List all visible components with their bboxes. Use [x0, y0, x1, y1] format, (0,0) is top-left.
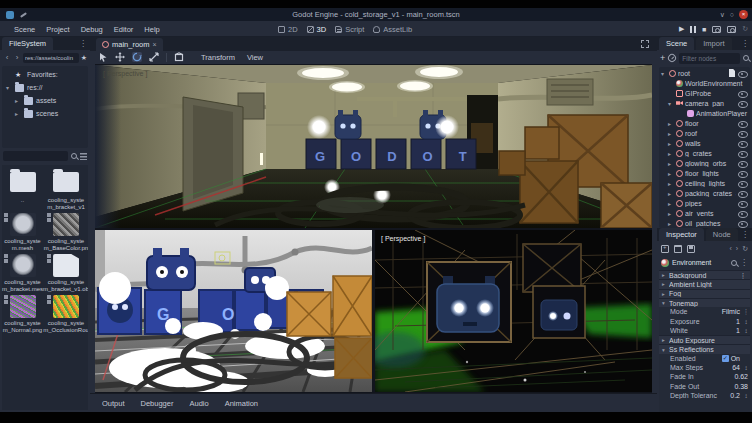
scene-tree-node[interactable]: packing_crates_and_ — [659, 188, 750, 198]
play-custom-scene-button[interactable] — [727, 26, 736, 33]
visibility-eye-icon[interactable] — [738, 209, 747, 218]
dock-menu-icon[interactable]: ⋮ — [741, 230, 749, 239]
stop-button[interactable]: ■ — [702, 26, 706, 33]
inspector-row[interactable]: Enabled ✓ On — [659, 354, 750, 363]
value-control-icon[interactable] — [742, 308, 750, 316]
visibility-eye-icon[interactable] — [738, 199, 747, 208]
scene-tree-node[interactable]: roof — [659, 128, 750, 138]
bottom-panel-tab[interactable]: Animation — [225, 399, 258, 408]
scene-tree-node[interactable]: oil_patches — [659, 218, 750, 228]
expand-arrow-icon[interactable] — [668, 160, 674, 167]
expand-arrow-icon[interactable] — [15, 97, 21, 104]
expand-arrow-icon[interactable] — [6, 84, 12, 91]
scene-tree-node[interactable]: pipes — [659, 198, 750, 208]
fs-tree-item[interactable]: Favorites: — [2, 68, 88, 81]
file-item[interactable]: cooling_syste m_bracket.mes — [2, 254, 43, 293]
expand-arrow-icon[interactable] — [668, 100, 674, 107]
visibility-eye-icon[interactable] — [738, 189, 747, 198]
object-history-icon[interactable]: ↻ — [742, 245, 748, 253]
rotate-tool-icon[interactable] — [132, 52, 142, 62]
expand-arrow-icon[interactable] — [15, 110, 21, 117]
scene-tree-node[interactable]: walls — [659, 138, 750, 148]
fs-tree-item[interactable]: assets — [2, 94, 88, 107]
value-control-icon[interactable] — [742, 392, 750, 399]
mode-button[interactable]: 3D — [307, 25, 327, 34]
play-scene-button[interactable] — [712, 26, 721, 33]
tab-scene[interactable]: Scene — [659, 37, 694, 50]
inspector-row[interactable]: Fade Out 0.38 — [659, 382, 750, 391]
value-control-icon[interactable] — [739, 272, 747, 280]
menu-item[interactable]: Scene — [14, 25, 35, 34]
expand-arrow-icon[interactable] — [668, 120, 674, 127]
distraction-free-mode-icon[interactable] — [641, 40, 649, 48]
expand-arrow-icon[interactable] — [668, 190, 674, 197]
favorite-toggle-icon[interactable]: ★ — [81, 54, 87, 62]
inspector-row[interactable]: Ss Reflections — [659, 344, 750, 353]
local-space-toggle-icon[interactable] — [174, 52, 184, 62]
filter-nodes-input[interactable] — [679, 53, 740, 64]
search-properties-icon[interactable] — [731, 260, 737, 266]
expand-arrow-icon[interactable] — [668, 220, 674, 227]
inspector-row[interactable]: Mode Filmic — [659, 307, 750, 316]
history-forward-icon[interactable]: › — [736, 245, 738, 252]
history-back-icon[interactable]: ‹ — [729, 245, 731, 252]
pause-button[interactable] — [690, 26, 696, 33]
file-item[interactable]: cooling_syste m_BaseColor.pn — [43, 213, 88, 252]
move-tool-icon[interactable] — [115, 52, 125, 62]
inspector-row[interactable]: Fog — [659, 289, 750, 298]
expand-arrow-icon[interactable] — [668, 180, 674, 187]
tab-import[interactable]: Import — [696, 37, 731, 50]
scene-tree-node[interactable]: g_crates — [659, 148, 750, 158]
viewport-bottom-left[interactable]: G O D O T — [95, 230, 372, 392]
select-tool-icon[interactable] — [98, 52, 108, 62]
visibility-eye-icon[interactable] — [738, 89, 747, 98]
value-control-icon[interactable] — [742, 327, 750, 334]
menu-item[interactable]: Project — [46, 25, 69, 34]
close-tab-icon[interactable]: × — [153, 41, 157, 48]
expand-arrow-icon[interactable] — [661, 70, 667, 77]
bottom-panel-tab[interactable]: Debugger — [141, 399, 174, 408]
inspector-row[interactable]: Fade In 0.62 — [659, 372, 750, 381]
expand-arrow-icon[interactable] — [668, 170, 674, 177]
scene-tree-node[interactable]: camera_pan — [659, 98, 750, 108]
section-arrow-icon[interactable] — [662, 272, 667, 278]
visibility-eye-icon[interactable] — [738, 179, 747, 188]
inspector-row[interactable]: Tonemap — [659, 298, 750, 307]
menu-item[interactable]: Debug — [81, 25, 103, 34]
file-item[interactable]: cooling_syste m_bracket_v1.ob — [43, 254, 88, 293]
viewport-menu-item[interactable]: Transform — [201, 53, 235, 62]
visibility-eye-icon[interactable] — [738, 169, 747, 178]
bottom-panel-tab[interactable]: Output — [102, 399, 125, 408]
file-item[interactable]: .. — [2, 169, 43, 211]
scene-tree-node[interactable]: AnimationPlayer — [659, 108, 750, 118]
section-arrow-icon[interactable] — [662, 337, 667, 343]
inspector-row[interactable]: Max Steps 64 — [659, 363, 750, 372]
scene-tree-node[interactable]: glowing_orbs — [659, 158, 750, 168]
dock-menu-icon[interactable]: ⋮ — [79, 39, 87, 48]
instance-scene-icon[interactable] — [667, 52, 678, 63]
play-button[interactable]: ▶ — [679, 25, 684, 33]
file-item[interactable]: cooling_syste m.mesh — [2, 213, 43, 252]
inspector-row[interactable]: White 1 — [659, 326, 750, 335]
save-resource-icon[interactable] — [687, 245, 695, 253]
scene-tree-node[interactable]: floor_lights — [659, 168, 750, 178]
current-path-field[interactable]: res://assets/coolin — [23, 53, 79, 63]
file-item[interactable]: cooling_syste m_Normal.png — [2, 295, 43, 334]
fs-search-input[interactable] — [3, 151, 68, 161]
visibility-eye-icon[interactable] — [738, 159, 747, 168]
expand-arrow-icon[interactable] — [668, 150, 674, 157]
history-forward-button[interactable]: › — [13, 53, 21, 62]
minimize-button[interactable]: ∨ — [720, 11, 725, 19]
scene-tree-node[interactable]: GIProbe — [659, 88, 750, 98]
visibility-eye-icon[interactable] — [738, 119, 747, 128]
mode-button[interactable]: 2D — [278, 25, 298, 34]
checkbox-checked-icon[interactable]: ✓ — [722, 355, 729, 362]
value-control-icon[interactable] — [742, 364, 750, 371]
inspector-tools-icon[interactable]: ⋮ — [740, 258, 748, 267]
scene-tab-main-room[interactable]: main_room × — [96, 38, 163, 51]
visibility-eye-icon[interactable] — [738, 129, 747, 138]
viewport-label-top[interactable]: [ Perspective ] — [103, 70, 147, 78]
maximize-button[interactable]: ○ — [730, 11, 734, 18]
inspector-row[interactable]: Background — [659, 270, 750, 279]
visibility-eye-icon[interactable] — [738, 99, 747, 108]
